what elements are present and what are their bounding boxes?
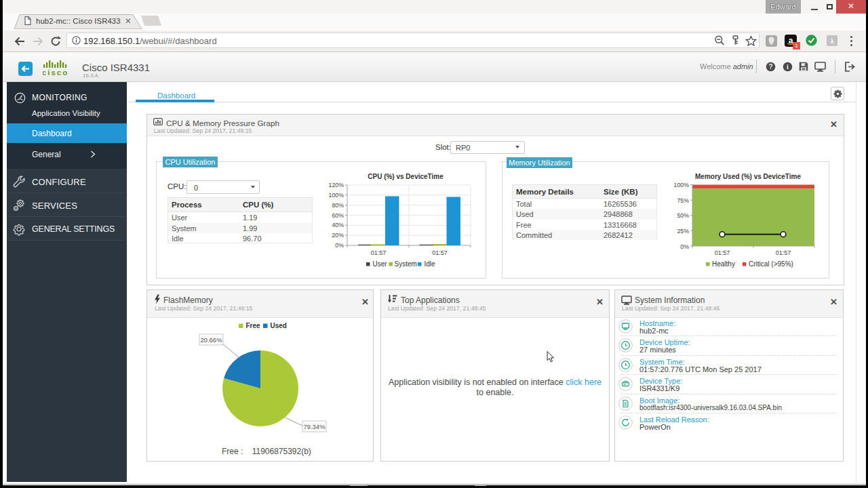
svg-text:User: User — [373, 260, 388, 268]
svg-text:79.34%: 79.34% — [303, 423, 326, 430]
svg-text:λ: λ — [830, 38, 833, 45]
svg-text:cisco: cisco — [43, 68, 68, 77]
svg-text:40%: 40% — [332, 222, 344, 228]
svg-text:100%: 100% — [674, 182, 690, 188]
svg-text:CPU (%) vs DeviceTime: CPU (%) vs DeviceTime — [368, 173, 443, 180]
svg-text:25%: 25% — [677, 228, 689, 235]
svg-text:?: ? — [768, 63, 772, 70]
svg-text:20%: 20% — [332, 232, 344, 239]
svg-text:01:57: 01:57 — [776, 249, 791, 256]
svg-text:01:57: 01:57 — [715, 249, 730, 256]
svg-text:120%: 120% — [329, 182, 344, 188]
svg-text:75%: 75% — [677, 197, 689, 204]
svg-text:0%: 0% — [335, 242, 344, 249]
svg-text:0%: 0% — [680, 243, 689, 250]
svg-text:80%: 80% — [332, 202, 344, 209]
svg-text:Healthy: Healthy — [712, 260, 735, 268]
svg-text:01:57: 01:57 — [371, 249, 387, 256]
svg-text:i: i — [787, 63, 789, 70]
svg-text:Free: Free — [246, 322, 261, 329]
svg-text:50%: 50% — [677, 212, 689, 219]
svg-text:01:57: 01:57 — [432, 249, 448, 256]
svg-text:Used: Used — [271, 322, 287, 329]
svg-text:100%: 100% — [329, 192, 344, 199]
svg-text:System: System — [395, 260, 417, 268]
svg-text:Memory Used (%) vs DeviceTime: Memory Used (%) vs DeviceTime — [695, 173, 801, 180]
svg-text:Idle: Idle — [425, 260, 436, 268]
svg-text:Critical (>95%): Critical (>95%) — [749, 260, 793, 268]
svg-text:20.66%: 20.66% — [200, 336, 222, 344]
svg-text:60%: 60% — [332, 212, 344, 219]
